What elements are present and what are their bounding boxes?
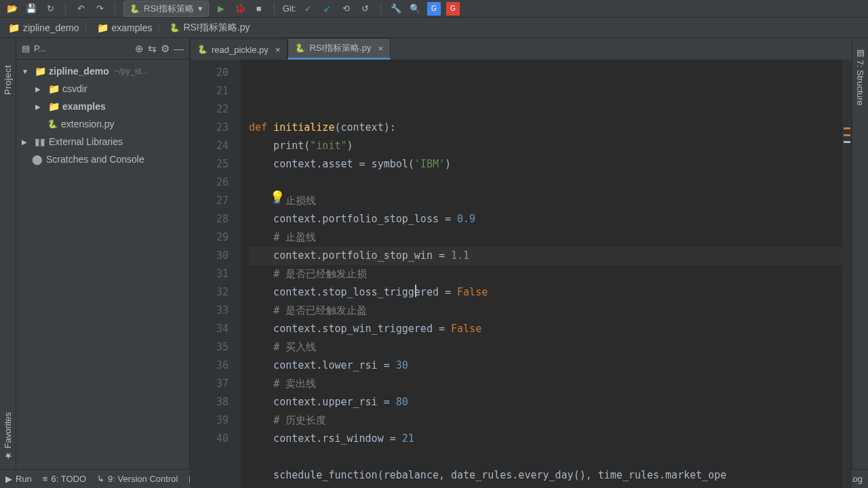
close-icon[interactable]: × [273,45,281,55]
git-revert-icon[interactable]: ↺ [359,2,372,16]
project-view-icon: ▤ [22,43,30,54]
project-panel: ▤ P... ⊕ ⇆ ⚙ — ▼ 📁 zipline_demo ~/py_st.… [16,38,190,469]
play-icon: ▶ [5,474,12,484]
branch-icon: ↳ [97,474,104,484]
search-icon[interactable]: 🔍 [408,2,422,16]
run-tool-button[interactable]: ▶ Run [5,474,32,484]
code-line[interactable]: context.lower_rsi = 30 [249,357,844,375]
code-line[interactable]: context.asset = symbol('IBM') [249,155,844,174]
settings-icon[interactable]: 🔧 [389,2,403,16]
git-label: Git: [283,3,296,14]
run-icon[interactable]: ▶ [214,2,228,16]
breadcrumb-sep: 〉 [156,22,165,34]
collapse-icon[interactable]: ⇆ [148,43,157,55]
breadcrumb-file[interactable]: 🐍 RSI指标策略.py [170,22,250,34]
folder-icon: 📁 [47,101,60,112]
code-line[interactable]: # 是否已经触发止盈 [249,302,844,320]
code-line[interactable]: # 是否已经触发止损 [249,265,844,283]
code-line[interactable]: # 历史长度 [249,411,844,430]
breadcrumb-sep: 〉 [83,22,93,34]
code-line[interactable]: context.rsi_window = 21 [249,430,844,448]
redo-icon[interactable]: ↷ [93,2,106,16]
project-panel-title[interactable]: P... [34,43,131,54]
folder-icon: 📁 [97,22,108,33]
save-icon[interactable]: 💾 [24,2,38,16]
vcs-tool-button[interactable]: ↳ 9: Version Control [97,474,178,484]
python-icon: 🐍 [130,4,140,14]
python-icon: 🐍 [197,45,208,54]
editor-scrollbar[interactable] [842,60,852,488]
editor-area: 🐍 read_pickle.py × 🐍 RSI指标策略.py × 202122… [190,38,852,469]
code-content[interactable]: def initialize(context): print("init") c… [241,60,852,488]
line-gutter: 2021222324252627282930313233343536373839… [190,60,241,488]
debug-icon[interactable]: 🐞 [233,2,247,16]
open-icon[interactable]: 📂 [5,2,19,16]
stop-icon[interactable]: ■ [252,2,266,16]
library-icon: ▮▮ [34,136,46,147]
code-line[interactable]: # 止损线 [249,192,844,210]
breadcrumb-bar: 📁 zipline_demo 〉 📁 examples 〉 🐍 RSI指标策略.… [0,18,868,38]
git-commit-icon[interactable]: ✓ [302,2,315,16]
folder-icon: 📁 [34,66,46,77]
tree-folder-examples[interactable]: ▶ 📁 examples [16,98,189,115]
breadcrumb-root[interactable]: 📁 zipline_demo [8,22,79,33]
folder-icon: 📁 [8,22,20,33]
tree-scratches[interactable]: ⬤ Scratches and Console [16,150,189,168]
code-line[interactable]: context.portfolio_stop_loss = 0.9 [249,210,844,228]
project-panel-header: ▤ P... ⊕ ⇆ ⚙ — [16,38,189,60]
editor-tabs: 🐍 read_pickle.py × 🐍 RSI指标策略.py × [190,38,852,60]
python-icon: 🐍 [295,43,305,53]
git-update-icon[interactable]: ↙ [321,2,334,16]
project-tree: ▼ 📁 zipline_demo ~/py_st... ▶ 📁 csvdir ▶… [16,60,189,469]
left-side-stripe: Project [0,38,16,469]
code-line[interactable] [249,485,844,488]
gear-icon[interactable]: ⚙ [161,43,170,55]
code-line[interactable]: # 买入线 [249,338,844,357]
breadcrumb-folder[interactable]: 📁 examples [97,22,153,33]
code-line[interactable] [249,174,844,192]
list-icon: ≡ [43,474,48,484]
code-line[interactable] [249,448,844,466]
close-icon[interactable]: × [375,43,383,54]
python-icon: 🐍 [46,119,58,129]
code-line[interactable]: context.stop_win_triggered = False [249,320,844,338]
tree-external-libraries[interactable]: ▶ ▮▮ External Libraries [16,133,189,150]
structure-tab-label[interactable]: ▤ 7: Structure [855,47,865,106]
code-line[interactable]: context.upper_rsi = 80 [249,393,844,411]
undo-icon[interactable]: ↶ [74,2,87,16]
locate-icon[interactable]: ⊕ [135,43,144,55]
git-history-icon[interactable]: ⟲ [340,2,353,16]
main-toolbar: 📂 💾 ↻ ↶ ↷ 🐍 RSI指标策略 ▾ ▶ 🐞 ■ Git: ✓ ↙ ⟲ ↺… [0,0,868,18]
run-config-selector[interactable]: 🐍 RSI指标策略 ▾ [123,1,209,17]
code-line[interactable]: def initialize(context): [249,119,844,137]
code-line[interactable]: # 止盈线 [249,228,844,247]
todo-tool-button[interactable]: ≡ 6: TODO [43,474,86,484]
translate-icon[interactable]: G [427,2,441,16]
collapse-arrow-icon[interactable]: ▶ [35,85,45,93]
code-line[interactable]: context.stop_loss_triggered = False [249,283,844,302]
code-line[interactable]: # 卖出线 [249,375,844,393]
python-icon: 🐍 [170,23,180,33]
text-cursor [415,285,416,297]
tab-rsi-strategy[interactable]: 🐍 RSI指标策略.py × [288,38,391,60]
refresh-icon[interactable]: ↻ [43,2,57,16]
favorites-tab-label[interactable]: ★Favorites [3,412,13,461]
expand-arrow-icon[interactable]: ▼ [22,68,31,75]
code-line[interactable]: schedule_function(rebalance, date_rules.… [249,466,844,485]
tab-read-pickle[interactable]: 🐍 read_pickle.py × [190,39,288,60]
folder-icon: 📁 [47,83,60,94]
tree-folder-csvdir[interactable]: ▶ 📁 csvdir [16,80,189,98]
code-line[interactable]: print("init") [249,137,844,155]
run-config-name: RSI指标策略 [144,3,194,15]
collapse-arrow-icon[interactable]: ▶ [22,138,31,146]
hide-icon[interactable]: — [174,43,184,54]
translate-alt-icon[interactable]: G [446,2,460,16]
scratch-icon: ⬤ [31,154,43,165]
project-tab-label[interactable]: Project [3,65,13,95]
tree-file-extension[interactable]: 🐍 extension.py [16,115,189,133]
tree-root[interactable]: ▼ 📁 zipline_demo ~/py_st... [16,62,189,80]
code-line[interactable]: context.portfolio_stop_win = 1.1 [249,247,844,265]
collapse-arrow-icon[interactable]: ▶ [35,103,45,110]
intention-bulb-icon[interactable]: 💡 [270,190,285,205]
code-editor[interactable]: 2021222324252627282930313233343536373839… [190,60,852,488]
